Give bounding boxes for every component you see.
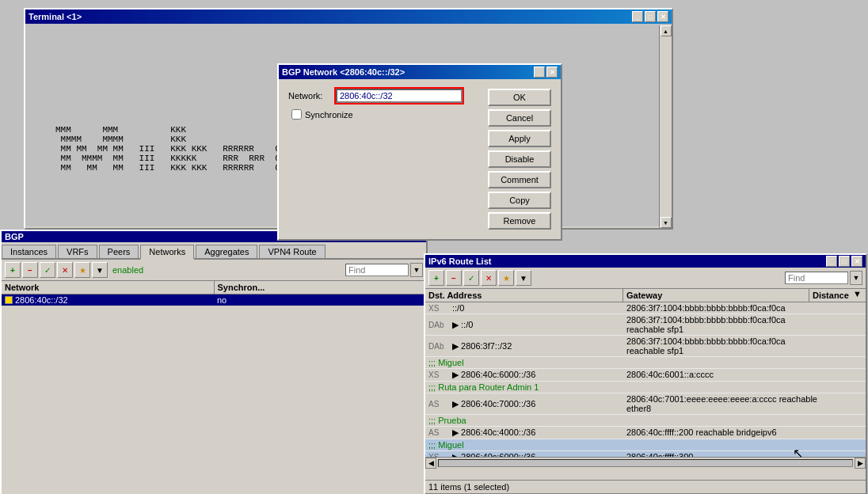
bgp-panel: BGP Instances VRFs Peers Networks Aggreg… <box>0 230 428 494</box>
terminal-maximize-btn[interactable]: □ <box>645 11 656 22</box>
ipv6-row-3[interactable]: DAb ▶ 2806:3f7::/32 2806:3f7:1004:bbbb:b… <box>425 336 866 357</box>
ipv6-panel-title: IPv6 Route List <box>428 256 491 266</box>
network-field-row: Network: <box>288 89 482 103</box>
dst-3: DAb ▶ 2806:3f7::/32 <box>425 336 623 356</box>
ipv6-check-btn[interactable]: ✓ <box>463 270 479 286</box>
ipv6-row-xs6000-selected[interactable]: XS ▶ 2806:40c:6000::/36 2806:40c:ffff::3… <box>425 451 866 457</box>
sync-cell: no <box>214 294 426 306</box>
dst-as7000: AS ▶ 2806:40c:7000::/36 <box>425 393 623 414</box>
ipv6-table-body[interactable]: XS ::/0 2806:3f7:1004:bbbb:bbbb:bbbb:f0c… <box>425 302 866 457</box>
copy-button[interactable]: Copy <box>488 192 551 209</box>
bgp-find-input[interactable] <box>345 264 409 276</box>
terminal-close-btn[interactable]: ✕ <box>657 11 668 22</box>
bgp-dialog-titlebar: BGP Network <2806:40c::/32> _ ✕ <box>279 65 561 79</box>
ipv6-cross-btn[interactable]: ✕ <box>481 270 497 286</box>
gw-as7000: 2806:40c:7001:eeee:eeee:eeee:a:cccc reac… <box>623 393 822 414</box>
ipv6-row-2[interactable]: DAb ▶ ::/0 2806:3f7:1004:bbbb:bbbb:bbbb:… <box>425 314 866 336</box>
bgp-dialog-buttons: OK Cancel Apply Disable Comment Copy Rem… <box>488 89 551 230</box>
dst-addr-3: ▶ 2806:3f7::/32 <box>452 341 512 352</box>
type-xs: XS <box>428 370 451 379</box>
disable-button[interactable]: Disable <box>488 150 551 168</box>
ipv6-maximize-btn[interactable]: □ <box>839 256 850 267</box>
bgp-dialog-left: Network: Synchronize <box>288 89 482 230</box>
gw-xs6000: 2806:40c:ffff::300 <box>623 451 822 457</box>
bgp-dialog-close-btn[interactable]: ✕ <box>546 66 558 78</box>
synchronize-row: Synchronize <box>291 109 482 120</box>
tab-instances[interactable]: Instances <box>2 245 56 258</box>
cross-btn[interactable]: ✕ <box>57 262 73 278</box>
ok-button[interactable]: OK <box>488 89 551 106</box>
dst-addr-2: ▶ ::/0 <box>452 320 473 330</box>
cancel-button[interactable]: Cancel <box>488 109 551 127</box>
remove-btn[interactable]: − <box>22 262 38 278</box>
comment-miguel-text-2: ;;; Miguel <box>425 439 623 450</box>
gw-2: 2806:3f7:1004:bbbb:bbbb:bbbb:f0ca:f0ca r… <box>623 314 822 335</box>
col-distance: Distance <box>809 289 853 302</box>
terminal-scrollbar[interactable]: ▲ ▼ <box>659 25 672 228</box>
ipv6-row-as4000[interactable]: AS ▶ 2806:40c:4000::/36 2806:40c:ffff::2… <box>425 427 866 439</box>
type-xs-1: XS <box>428 304 451 313</box>
bgp-dialog-title: BGP Network <2806:40c::/32> <box>282 67 405 77</box>
dst-addr-as7000: ▶ 2806:40c:7000::/36 <box>452 399 535 409</box>
hscroll-left-btn[interactable]: ◀ <box>425 458 436 469</box>
network-icon <box>5 296 13 304</box>
scroll-up-arrow[interactable]: ▲ <box>661 25 672 36</box>
ipv6-comment-miguel-1: ;;; Miguel <box>425 357 866 369</box>
ipv6-route-panel: IPv6 Route List _ □ ✕ + − ✓ ✕ ★ ▼ ▼ Dst.… <box>424 253 867 494</box>
gw-3: 2806:3f7:1004:bbbb:bbbb:bbbb:f0ca:f0ca r… <box>623 336 822 356</box>
filter-btn[interactable]: ▼ <box>92 262 108 278</box>
ipv6-panel-titlebar: IPv6 Route List _ □ ✕ <box>425 255 866 268</box>
add-btn[interactable]: + <box>5 262 21 278</box>
col-dst-address: Dst. Address <box>425 289 623 302</box>
bgp-dialog-minimize-btn[interactable]: _ <box>534 66 545 78</box>
dst-2: DAb ▶ ::/0 <box>425 314 623 335</box>
ipv6-remove-btn[interactable]: − <box>446 270 462 286</box>
ipv6-add-btn[interactable]: + <box>428 270 444 286</box>
bgp-toolbar: + − ✓ ✕ ★ ▼ enabled ▼ <box>2 260 426 281</box>
ipv6-row-as7000[interactable]: AS ▶ 2806:40c:7000::/36 2806:40c:7001:ee… <box>425 393 866 415</box>
ipv6-close-btn[interactable]: ✕ <box>851 256 862 267</box>
ipv6-row-xs[interactable]: XS ▶ 2806:40c:6000::/36 2806:40c:6001::a… <box>425 369 866 382</box>
synchronize-checkbox[interactable] <box>291 109 302 120</box>
ipv6-comment-prueba: ;;; Prueba <box>425 415 866 427</box>
gw-xs: 2806:40c:6001::a:cccc <box>623 369 822 381</box>
ipv6-filter-btn[interactable]: ▼ <box>516 270 531 286</box>
tab-aggregates[interactable]: Aggregates <box>196 245 257 258</box>
bgp-panel-title: BGP <box>5 232 24 241</box>
comment-prueba-gw <box>623 415 866 426</box>
comment-miguel-text-1: ;;; Miguel <box>425 357 623 368</box>
dst-addr-xs: ▶ 2806:40c:6000::/36 <box>452 370 535 380</box>
ipv6-star-btn[interactable]: ★ <box>498 270 514 286</box>
scroll-down-arrow[interactable]: ▼ <box>661 217 672 228</box>
ipv6-find-input[interactable] <box>785 272 848 284</box>
ipv6-hscrollbar[interactable]: ◀ ▶ <box>425 457 866 468</box>
apply-button[interactable]: Apply <box>488 130 551 147</box>
type-as7000: AS <box>428 400 451 408</box>
gw-as4000: 2806:40c:ffff::200 reachable bridgeipv6 <box>623 427 822 439</box>
tab-vpn4-route[interactable]: VPN4 Route <box>259 245 325 258</box>
dst-1: XS ::/0 <box>425 302 623 314</box>
tab-peers[interactable]: Peers <box>99 245 139 258</box>
bgp-table-header: Network Synchron... <box>2 281 426 294</box>
bgp-dialog-content: Network: Synchronize OK Cancel Apply Dis… <box>279 79 561 239</box>
hscroll-right-btn[interactable]: ▶ <box>855 458 866 469</box>
comment-miguel-gw-2 <box>623 439 866 450</box>
terminal-minimize-btn[interactable]: _ <box>632 11 643 22</box>
star-btn[interactable]: ★ <box>74 262 90 278</box>
dst-as4000: AS ▶ 2806:40c:4000::/36 <box>425 427 623 439</box>
dist-as7000 <box>822 393 866 414</box>
ipv6-find-arrow-btn[interactable]: ▼ <box>850 271 862 285</box>
ipv6-toolbar: + − ✓ ✕ ★ ▼ ▼ <box>425 268 866 289</box>
ipv6-minimize-btn[interactable]: _ <box>826 256 837 267</box>
dst-addr-xs6000: ▶ 2806:40c:6000::/36 <box>452 452 535 457</box>
find-arrow-btn[interactable]: ▼ <box>410 263 423 277</box>
network-input[interactable] <box>336 89 463 103</box>
remove-button[interactable]: Remove <box>488 212 551 230</box>
ipv6-row-1[interactable]: XS ::/0 2806:3f7:1004:bbbb:bbbb:bbbb:f0c… <box>425 302 866 314</box>
bgp-table-row[interactable]: 2806:40c::/32 no <box>2 294 426 306</box>
check-btn[interactable]: ✓ <box>40 262 55 278</box>
tab-networks[interactable]: Networks <box>140 245 194 260</box>
type-dab-2: DAb <box>428 321 451 329</box>
tab-vrfs[interactable]: VRFs <box>58 245 97 258</box>
comment-button[interactable]: Comment <box>488 171 551 188</box>
